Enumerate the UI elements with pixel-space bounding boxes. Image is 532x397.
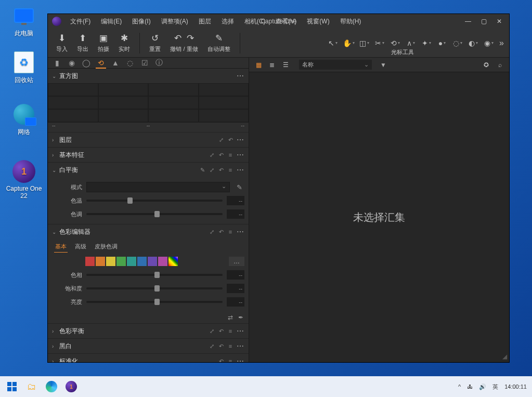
menu-icon[interactable]: ⋯ xyxy=(235,72,244,80)
desktop-network[interactable]: 网络 xyxy=(4,103,44,137)
tab-adjustments-icon[interactable]: ☑ xyxy=(139,58,150,68)
reset-tool-icon[interactable]: ↶ xyxy=(216,167,226,174)
crop-tool[interactable]: ✂▾ xyxy=(373,37,386,49)
taskbar-capture-one[interactable]: 1 xyxy=(64,380,78,393)
view-filmstrip-icon[interactable]: ☰ xyxy=(280,60,291,70)
edge-button[interactable] xyxy=(45,380,58,393)
desktop-this-pc[interactable]: 此电脑 xyxy=(4,4,44,38)
import-button[interactable]: ⬇导入 xyxy=(52,32,72,54)
expand-icon[interactable]: ⤢ xyxy=(207,343,216,350)
live-button[interactable]: ✱实时 xyxy=(114,32,134,54)
saturation-value[interactable]: -- xyxy=(227,284,244,293)
preset-icon[interactable]: ≡ xyxy=(226,229,235,235)
swatch[interactable] xyxy=(116,257,126,266)
gradient-tool[interactable]: ◐▾ xyxy=(467,37,479,49)
section-header[interactable]: › 黑白 ⤢ ↶ ≡ ⋯ xyxy=(48,339,249,353)
section-header[interactable]: ⌄ 直方图 ⋯ xyxy=(48,69,249,83)
rotate-tool[interactable]: ⟲▾ xyxy=(389,37,401,49)
section-header[interactable]: › 图层 ⤢ ↶ ⋯ xyxy=(48,133,249,147)
view-grid-icon[interactable]: ▦ xyxy=(253,60,264,70)
radial-tool[interactable]: ◉▾ xyxy=(483,37,495,49)
luminance-value[interactable]: -- xyxy=(227,297,244,307)
swatch[interactable] xyxy=(137,257,147,266)
menu-icon[interactable]: ⋯ xyxy=(235,151,244,159)
expand-icon[interactable]: ⤢ xyxy=(207,167,216,174)
pan-tool[interactable]: ✋▾ xyxy=(342,37,355,49)
filter-icon[interactable]: ▼ xyxy=(378,61,388,69)
preset-icon[interactable]: ≡ xyxy=(226,328,235,334)
reset-button[interactable]: ↺重置 xyxy=(145,32,165,54)
undo-redo-button[interactable]: ↶ ↷撤销 / 重做 xyxy=(166,32,202,54)
auto-adjust-button[interactable]: ✎自动调整 xyxy=(203,32,235,54)
expand-icon[interactable]: ⤢ xyxy=(207,229,216,235)
picker-icon[interactable]: ✎ xyxy=(234,183,244,191)
resize-handle-icon[interactable]: ◢ xyxy=(502,353,507,360)
explorer-button[interactable]: 🗂 xyxy=(25,380,38,393)
tray-overflow-icon[interactable]: ^ xyxy=(458,383,461,390)
minimize-button[interactable]: — xyxy=(462,16,474,27)
eyedropper-icon[interactable]: ✎ xyxy=(198,167,207,174)
volume-tray-icon[interactable]: 🔊 xyxy=(479,383,486,390)
spot-tool[interactable]: ✦▾ xyxy=(420,37,433,49)
tab-capture-icon[interactable]: ◉ xyxy=(67,58,77,68)
tab-exposure-icon[interactable]: ▲ xyxy=(110,58,121,68)
close-button[interactable]: ✕ xyxy=(494,16,505,27)
tab-color-icon[interactable]: ⟲ xyxy=(96,58,106,69)
preset-icon[interactable]: ≡ xyxy=(226,152,235,158)
saturation-slider[interactable] xyxy=(86,287,223,289)
preset-icon[interactable]: ≡ xyxy=(226,167,235,173)
network-tray-icon[interactable]: 🖧 xyxy=(467,383,473,390)
reset-tool-icon[interactable]: ↶ xyxy=(216,328,226,335)
reset-tool-icon[interactable]: ↶ xyxy=(226,137,235,143)
ime-indicator[interactable]: 英 xyxy=(492,383,498,391)
section-header[interactable]: › 基本特征 ⤢ ↶ ≡ ⋯ xyxy=(48,148,249,162)
menu-icon[interactable]: ⋯ xyxy=(235,228,244,236)
hue-value[interactable]: -- xyxy=(227,270,244,280)
expand-icon[interactable]: ⤢ xyxy=(216,137,226,143)
expand-icon[interactable]: ⤢ xyxy=(207,152,216,158)
desktop-recycle-bin[interactable]: 回收站 xyxy=(4,51,44,85)
menu-adjust[interactable]: 调整项(A) xyxy=(157,16,193,28)
wb-mode-select[interactable] xyxy=(86,182,230,192)
tint-value[interactable]: -- xyxy=(227,209,244,219)
swatch[interactable] xyxy=(127,257,136,266)
section-header[interactable]: ⌄ 白平衡 ✎ ⤢ ↶ ≡ ⋯ xyxy=(48,163,249,177)
temp-value[interactable]: -- xyxy=(227,196,244,205)
view-list-icon[interactable]: ≣ xyxy=(267,60,277,70)
search-icon[interactable]: ⌕ xyxy=(495,60,505,70)
expand-icon[interactable]: ⤢ xyxy=(207,328,216,335)
swatch-all[interactable] xyxy=(168,257,178,266)
menu-window[interactable]: 视窗(W) xyxy=(302,16,334,28)
capture-button[interactable]: ▣拍摄 xyxy=(94,32,113,54)
swatch[interactable] xyxy=(148,257,157,266)
export-button[interactable]: ⬆导出 xyxy=(73,32,93,54)
preset-icon[interactable]: ≡ xyxy=(226,358,235,362)
menu-help[interactable]: 帮助(H) xyxy=(335,16,366,28)
menu-icon[interactable]: ⋯ xyxy=(235,136,244,144)
tint-slider[interactable] xyxy=(86,213,223,215)
erase-mask-tool[interactable]: ◌▾ xyxy=(451,37,464,49)
select-tool[interactable]: ↖▾ xyxy=(327,37,339,49)
swap-icon[interactable]: ⇄ xyxy=(228,314,233,321)
swatch[interactable] xyxy=(106,257,115,266)
reset-tool-icon[interactable]: ↶ xyxy=(216,343,226,350)
maximize-button[interactable]: ▢ xyxy=(478,16,489,27)
menu-icon[interactable]: ⋯ xyxy=(235,166,244,174)
menu-layer[interactable]: 图层 xyxy=(194,16,216,28)
picker-icon[interactable]: ✒ xyxy=(238,314,243,321)
draw-mask-tool[interactable]: ●▾ xyxy=(436,37,448,49)
rating-icon[interactable]: ✪ xyxy=(481,60,491,70)
menu-edit[interactable]: 编辑(E) xyxy=(96,16,126,28)
keystone-tool[interactable]: ∧▾ xyxy=(405,37,417,49)
loupe-tool[interactable]: ◫▾ xyxy=(358,37,370,49)
section-header[interactable]: ⌄ 色彩编辑器 ⤢ ↶ ≡ ⋯ xyxy=(48,224,249,239)
clock[interactable]: 14:00:11 xyxy=(504,383,527,390)
reset-tool-icon[interactable]: ↶ xyxy=(216,152,226,158)
tab-lens-icon[interactable]: ◯ xyxy=(81,58,92,68)
more-tools-button[interactable]: » xyxy=(498,37,505,49)
menu-icon[interactable]: ⋯ xyxy=(235,357,244,362)
reset-tool-icon[interactable]: ↶ xyxy=(216,358,226,363)
swatch[interactable] xyxy=(96,257,105,266)
ce-tab-basic[interactable]: 基本 xyxy=(54,241,68,253)
section-header[interactable]: › 标准化 ↶ ≡ ⋯ xyxy=(48,354,249,362)
